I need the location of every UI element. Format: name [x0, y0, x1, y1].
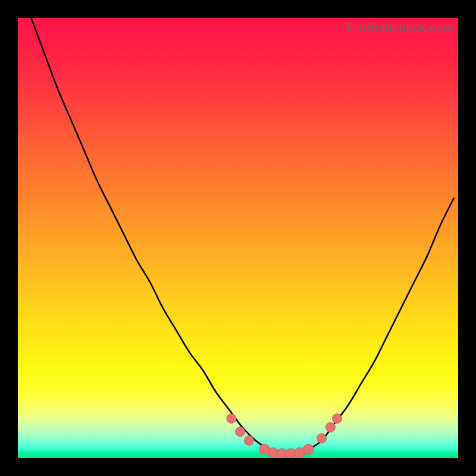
curve-marker — [325, 422, 335, 432]
curve-marker — [317, 434, 327, 443]
chart-plot-area: TheBottleneck.com — [18, 18, 458, 458]
marker-group — [227, 414, 342, 458]
chart-frame: TheBottleneck.com — [0, 0, 476, 476]
curve-marker — [303, 444, 314, 455]
curve-marker — [227, 414, 236, 423]
curve-marker — [245, 436, 254, 445]
curve-svg — [18, 18, 458, 458]
bottleneck-curve-path — [31, 18, 453, 455]
curve-marker — [333, 414, 342, 423]
curve-marker — [236, 427, 245, 437]
